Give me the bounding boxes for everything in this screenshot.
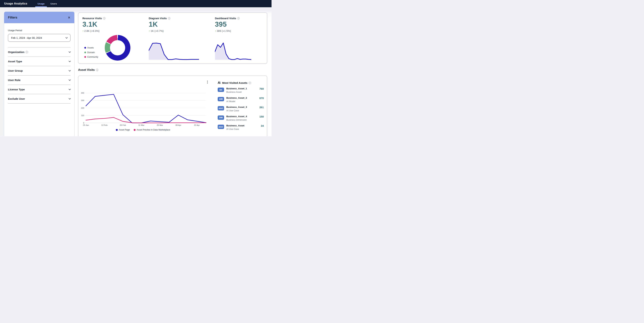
kpi-resource-visits: Resource Visits i 3.1K ↑ 2.8K (+9.3%) As… [82,13,145,63]
most-visited-item[interactable]: AIUCBusiness_Asset_3AI Use Case261 [218,106,264,115]
asset-type: AI Use Case [226,109,239,112]
filter-section-license-type[interactable]: License Type [8,85,70,94]
asset-type-badge: AIUC [218,106,224,110]
most-visited-header: A\ Most Visited Assets i [218,81,264,85]
kpi-diagram-change: ↑ 1K (+0.7%) [149,29,164,32]
asset-visits-legend: Asset Page Asset Preview in Data Marketp… [79,129,207,131]
kpi-diagram-change-text: 1K (+0.7%) [151,29,164,32]
arrow-up-icon: ↑ [149,29,150,32]
info-icon[interactable]: i [103,17,106,19]
kebab-menu-icon[interactable]: ⋮ [206,80,209,84]
legend-item-community: Community [84,55,98,59]
chevron-down-icon [68,79,71,81]
legend-item-domain: Domain [84,50,98,55]
svg-text:25 Mar: 25 Mar [157,124,163,126]
asset-type-badge: BA [218,88,224,92]
asset-visit-count: 34 [261,124,264,127]
kpi-dashboard-visits: Dashboard Visits i 395 ↑ 389 (+1.5%) [215,13,265,63]
filter-section-user-group[interactable]: User Group [8,66,70,75]
resource-visits-donut [105,35,130,61]
kpi-resource-change: ↑ 2.8K (+9.3%) [82,29,100,32]
asset-visits-chart-wrap: 011022033044029 Jan12 Feb26 Feb11 Mar25 … [79,86,207,126]
most-visited-list: BABusiness_Asset_1Business Asset760AIMBu… [218,87,264,133]
kpi-dashboard-change-text: 389 (+1.5%) [217,29,231,32]
donut-hole [110,40,125,55]
most-visited-item[interactable]: AIMBusiness_Asset_2AI Model670 [218,96,264,106]
assets-dot-icon [84,47,86,49]
filters-header: Filters ✕ [4,12,74,23]
filters-panel: Filters ✕ Usage Period Feb 1, 2024 - Apr… [4,11,74,136]
kpi-resource-value: 3.1K [82,20,98,28]
legend-community-label: Community [87,56,98,58]
filters-body: Usage Period Feb 1, 2024 - Apr 30, 2024 … [4,29,74,103]
filter-section-user-role[interactable]: User Role [8,75,70,85]
asset-visit-count: 760 [260,87,264,90]
arrow-up-icon: ↑ [215,29,216,32]
kpi-resource-change-text: 2.8K (+9.3%) [84,29,100,32]
tab-usage-label: Usage [38,2,45,5]
kpi-diagram-title-text: Diagram Visits [149,17,167,20]
asset-type-badge: AIUC [218,125,224,129]
info-icon[interactable]: i [249,82,251,84]
legend-domain-label: Domain [87,51,95,54]
asset-type: Business Dimension [226,119,247,121]
info-icon[interactable]: i [168,17,170,19]
usage-analytics-page: Usage Analytics Usage Users Filters ✕ Us… [0,0,272,136]
asset-name[interactable]: Business_Asset_2 [226,97,247,99]
most-visited-item[interactable]: BABusiness_Asset_1Business Asset760 [218,87,264,96]
chevron-down-icon [66,36,68,39]
asset-visits-card: ⋮ 011022033044029 Jan12 Feb26 Feb11 Mar2… [78,76,267,136]
filter-section-label: User Role [8,79,20,82]
info-icon[interactable]: i [26,51,28,53]
svg-text:0: 0 [83,122,84,124]
most-visited-item[interactable]: AIUCBusiness_AssetAI Use Case34 [218,124,264,133]
close-icon[interactable]: ✕ [68,16,70,19]
kpi-resource-title: Resource Visits i [82,17,106,20]
svg-text:11 Mar: 11 Mar [138,124,144,126]
left-margin-strip [0,7,4,136]
svg-text:26 Feb: 26 Feb [120,124,126,126]
asset-type: Business Asset [226,91,242,93]
community-dot-icon [84,56,86,58]
tab-users[interactable]: Users [48,0,60,7]
top-nav: Usage Analytics Usage Users [0,0,272,7]
kpi-dashboard-title: Dashboard Visits i [215,17,240,20]
asset-name[interactable]: Business_Asset [226,124,244,127]
asset-type-badge: DIM [218,115,224,120]
legend-asset-page-label: Asset Page [119,129,130,131]
kpi-dashboard-title-text: Dashboard Visits [215,17,236,20]
nav-tabs: Usage Users [35,0,60,7]
assets-logo-icon: A\ [218,81,220,85]
filter-section-organization[interactable]: Organizationi [8,47,70,57]
svg-text:440: 440 [81,92,84,94]
donut-legend: Assets Domain Community [84,45,98,59]
chevron-down-icon [68,69,71,71]
asset-name[interactable]: Business_Asset_3 [226,106,247,108]
most-visited-title: Most Visited Assets [222,81,248,84]
legend-assets-label: Assets [87,46,94,49]
filter-section-asset-type[interactable]: Asset Type [8,57,70,66]
kpi-diagram-value: 1K [149,20,158,28]
kpi-resource-title-text: Resource Visits [82,17,102,20]
usage-period-value: Feb 1, 2024 - Apr 30, 2024 [11,36,42,39]
diagram-visits-spark [149,41,199,61]
filter-section-label: User Group [8,69,23,72]
asset-type-badge: AIM [218,97,224,101]
asset-name[interactable]: Business_Asset_4 [226,115,247,118]
info-icon[interactable]: i [96,69,98,71]
svg-text:22 Apr: 22 Apr [194,124,200,126]
filter-section-label: Exclude User [8,97,25,100]
filter-section-exclude-user[interactable]: Exclude User [8,94,70,103]
usage-period-select[interactable]: Feb 1, 2024 - Apr 30, 2024 [8,34,70,42]
filter-sections: OrganizationiAsset TypeUser GroupUser Ro… [8,47,70,103]
asset-preview-dot-icon [134,129,136,131]
kpi-dashboard-change: ↑ 389 (+1.5%) [215,29,231,32]
most-visited-item[interactable]: DIMBusiness_Asset_4Business Dimension150 [218,115,264,124]
info-icon[interactable]: i [237,17,240,19]
chevron-down-icon [68,97,71,99]
chevron-down-icon [68,60,71,62]
asset-visit-count: 261 [260,106,264,109]
asset-name[interactable]: Business_Asset_1 [226,87,247,90]
tab-usage[interactable]: Usage [35,0,48,7]
legend-item-assets: Assets [84,45,98,50]
